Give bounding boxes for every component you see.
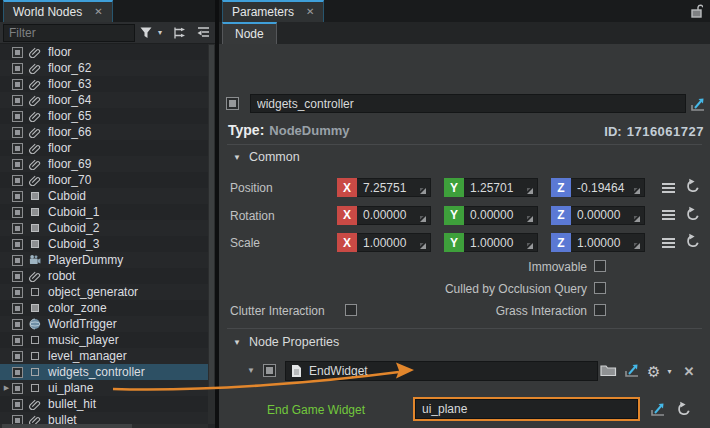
node-visibility-checkbox[interactable]: [12, 191, 23, 202]
reset-icon[interactable]: [685, 178, 701, 197]
node-visibility-checkbox[interactable]: [12, 207, 23, 218]
tree-node-row[interactable]: bullet_hit: [0, 396, 208, 412]
vertical-scrollbar[interactable]: [208, 44, 215, 424]
tree-node-row[interactable]: floor: [0, 44, 208, 60]
tree-node-row[interactable]: color_zone: [0, 300, 208, 316]
gear-caret-down-icon[interactable]: ▾: [667, 367, 671, 376]
immovable-checkbox[interactable]: [594, 260, 606, 272]
reset-icon[interactable]: [685, 206, 701, 225]
tree-node-row[interactable]: object_generator: [0, 284, 208, 300]
drag-handle-icon[interactable]: [419, 212, 427, 226]
node-enabled-checkbox[interactable]: [226, 97, 239, 110]
axis-y-field[interactable]: 1.00000: [464, 233, 538, 252]
tab-parameters[interactable]: Parameters ✕: [222, 0, 324, 22]
unlock-icon[interactable]: [690, 3, 703, 22]
tree-node-row[interactable]: widgets_controller: [0, 364, 208, 380]
tree-node-row[interactable]: Cuboid_2: [0, 220, 208, 236]
tree-node-row[interactable]: floor_70: [0, 172, 208, 188]
tree-node-row[interactable]: floor_66: [0, 124, 208, 140]
reset-icon[interactable]: [676, 401, 692, 420]
node-visibility-checkbox[interactable]: [12, 111, 23, 122]
axis-x-field[interactable]: 7.25751: [357, 178, 431, 197]
tree-node-row[interactable]: floor_65: [0, 108, 208, 124]
node-visibility-checkbox[interactable]: [12, 335, 23, 346]
gear-icon[interactable]: ⚙: [647, 364, 660, 379]
culled-checkbox[interactable]: [594, 282, 606, 294]
node-visibility-checkbox[interactable]: [12, 351, 23, 362]
drag-handle-icon[interactable]: [526, 212, 534, 226]
axis-z-field[interactable]: 1.00000: [571, 233, 645, 252]
tree-node-row[interactable]: floor_69: [0, 156, 208, 172]
tree-node-row[interactable]: robot: [0, 268, 208, 284]
pick-widget-icon[interactable]: [650, 401, 666, 420]
tree-node-row[interactable]: Cuboid: [0, 188, 208, 204]
remove-property-icon[interactable]: ✕: [683, 364, 694, 379]
node-visibility-checkbox[interactable]: [12, 319, 23, 330]
node-visibility-checkbox[interactable]: [12, 303, 23, 314]
node-visibility-checkbox[interactable]: [12, 223, 23, 234]
close-icon[interactable]: ✕: [94, 7, 102, 17]
expand-hierarchy-icon[interactable]: [172, 26, 188, 40]
filter-caret-down-icon[interactable]: ▾: [158, 28, 162, 37]
grass-checkbox[interactable]: [594, 304, 606, 316]
node-visibility-checkbox[interactable]: [12, 255, 23, 266]
node-visibility-checkbox[interactable]: [12, 399, 23, 410]
section-common[interactable]: ▼ Common: [233, 150, 300, 164]
node-visibility-checkbox[interactable]: [12, 79, 23, 90]
tab-world-nodes[interactable]: World Nodes ✕: [3, 0, 113, 22]
section-node-properties[interactable]: ▼ Node Properties: [233, 335, 339, 349]
tree-node-row[interactable]: floor: [0, 140, 208, 156]
scrollbar-thumb[interactable]: [2, 424, 132, 428]
menu-icon[interactable]: [662, 238, 675, 240]
property-enabled-checkbox[interactable]: [263, 364, 276, 377]
node-visibility-checkbox[interactable]: [12, 95, 23, 106]
node-visibility-checkbox[interactable]: [12, 159, 23, 170]
tree-node-row[interactable]: PlayerDummy: [0, 252, 208, 268]
node-visibility-checkbox[interactable]: [12, 287, 23, 298]
close-icon[interactable]: ✕: [306, 7, 314, 17]
tab-node[interactable]: Node: [222, 22, 277, 44]
reset-icon[interactable]: [685, 233, 701, 252]
axis-y-field[interactable]: 1.25701: [464, 178, 538, 197]
axis-x-field[interactable]: 1.00000: [357, 233, 431, 252]
pick-property-icon[interactable]: [624, 362, 640, 381]
pick-node-icon[interactable]: [689, 95, 706, 112]
property-collapse-icon[interactable]: ▼: [247, 366, 255, 375]
tree-node-row[interactable]: WorldTrigger: [0, 316, 208, 332]
tree-node-row[interactable]: floor_63: [0, 76, 208, 92]
menu-icon[interactable]: [662, 210, 675, 212]
folder-icon[interactable]: [600, 363, 617, 380]
axis-x-field[interactable]: 0.00000: [357, 206, 431, 225]
end-game-widget-field[interactable]: ui_plane: [415, 399, 638, 419]
tree-node-row[interactable]: floor_64: [0, 92, 208, 108]
node-visibility-checkbox[interactable]: [12, 175, 23, 186]
node-visibility-checkbox[interactable]: [12, 47, 23, 58]
filter-input[interactable]: [3, 24, 135, 42]
drag-handle-icon[interactable]: [419, 239, 427, 253]
tree-node-row[interactable]: music_player: [0, 332, 208, 348]
node-visibility-checkbox[interactable]: [12, 239, 23, 250]
node-visibility-checkbox[interactable]: [12, 63, 23, 74]
drag-handle-icon[interactable]: [526, 239, 534, 253]
property-name-field[interactable]: EndWidget: [285, 361, 598, 381]
tree-node-row[interactable]: floor_62: [0, 60, 208, 76]
horizontal-scrollbar[interactable]: [0, 424, 208, 428]
node-visibility-checkbox[interactable]: [12, 367, 23, 378]
filter-funnel-icon[interactable]: [139, 26, 154, 40]
drag-handle-icon[interactable]: [526, 184, 534, 198]
node-visibility-checkbox[interactable]: [12, 127, 23, 138]
scrollbar-thumb[interactable]: [209, 45, 214, 387]
tree-node-row[interactable]: Cuboid_1: [0, 204, 208, 220]
axis-z-field[interactable]: 0.00000: [571, 206, 645, 225]
axis-y-field[interactable]: 0.00000: [464, 206, 538, 225]
node-visibility-checkbox[interactable]: [12, 383, 23, 394]
tree-node-row[interactable]: Cuboid_3: [0, 236, 208, 252]
collapse-hierarchy-icon[interactable]: [196, 26, 212, 40]
menu-icon[interactable]: [662, 183, 675, 185]
tree-node-row[interactable]: level_manager: [0, 348, 208, 364]
axis-z-field[interactable]: -0.19464: [571, 178, 645, 197]
drag-handle-icon[interactable]: [633, 212, 641, 226]
node-visibility-checkbox[interactable]: [12, 143, 23, 154]
tree-node-row[interactable]: ▶ ui_plane: [0, 380, 208, 396]
drag-handle-icon[interactable]: [633, 239, 641, 253]
